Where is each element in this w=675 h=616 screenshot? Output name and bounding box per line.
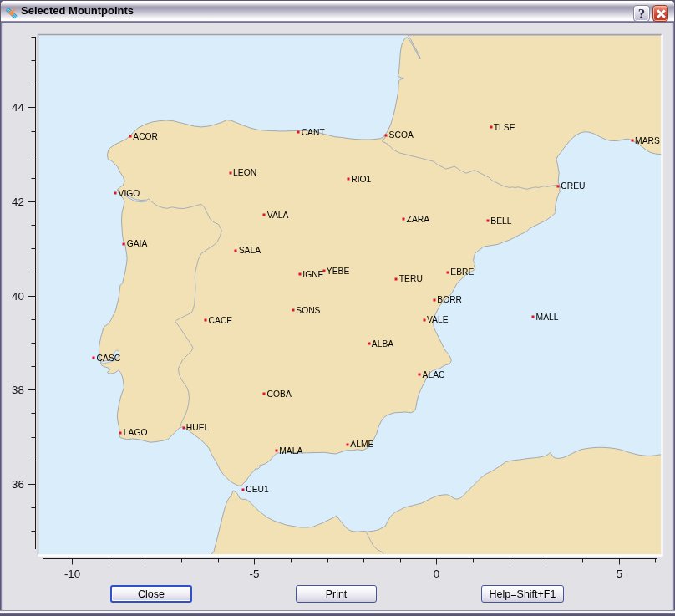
- svg-text:LAGO: LAGO: [124, 428, 148, 437]
- svg-text:TLSE: TLSE: [494, 123, 515, 132]
- svg-text:GAIA: GAIA: [127, 239, 148, 248]
- svg-text:42: 42: [12, 196, 24, 208]
- svg-text:VALA: VALA: [267, 211, 289, 220]
- svg-text:SCOA: SCOA: [389, 130, 414, 140]
- svg-text:CASC: CASC: [97, 354, 121, 363]
- svg-text:SONS: SONS: [296, 306, 320, 315]
- svg-text:IGNE: IGNE: [302, 270, 323, 279]
- svg-text:LEON: LEON: [233, 168, 256, 177]
- svg-text:38: 38: [12, 384, 24, 396]
- svg-text:ALBA: ALBA: [372, 339, 393, 349]
- svg-text:MARS: MARS: [635, 136, 660, 145]
- svg-text:-5: -5: [250, 568, 260, 580]
- svg-text:COBA: COBA: [267, 389, 292, 399]
- svg-text:-10: -10: [64, 568, 80, 580]
- svg-text:TERU: TERU: [399, 274, 423, 283]
- svg-text:SALA: SALA: [239, 246, 261, 255]
- svg-text:VIGO: VIGO: [119, 189, 140, 198]
- svg-text:CREU: CREU: [561, 181, 585, 191]
- svg-text:EBRE: EBRE: [450, 267, 474, 277]
- svg-text:ALAC: ALAC: [423, 370, 445, 379]
- svg-text:CACE: CACE: [209, 316, 233, 325]
- svg-text:BELL: BELL: [490, 216, 511, 226]
- svg-text:5: 5: [617, 568, 622, 580]
- svg-text:VALE: VALE: [427, 315, 449, 324]
- svg-text:ACOR: ACOR: [133, 132, 158, 141]
- svg-text:BORR: BORR: [437, 295, 462, 304]
- svg-text:?: ?: [638, 6, 646, 21]
- svg-text:CANT: CANT: [302, 128, 326, 137]
- svg-text:YEBE: YEBE: [327, 267, 350, 276]
- svg-text:40: 40: [12, 290, 24, 303]
- svg-text:HUEL: HUEL: [186, 423, 210, 432]
- svg-text:CEU1: CEU1: [246, 485, 269, 494]
- svg-text:ZARA: ZARA: [407, 215, 430, 224]
- svg-text:44: 44: [12, 101, 24, 114]
- svg-text:MALL: MALL: [536, 313, 559, 322]
- svg-text:RIO1: RIO1: [351, 175, 371, 184]
- svg-text:MALA: MALA: [279, 446, 302, 456]
- svg-text:ALME: ALME: [350, 440, 373, 449]
- svg-text:0: 0: [434, 568, 439, 580]
- svg-text:36: 36: [12, 478, 24, 491]
